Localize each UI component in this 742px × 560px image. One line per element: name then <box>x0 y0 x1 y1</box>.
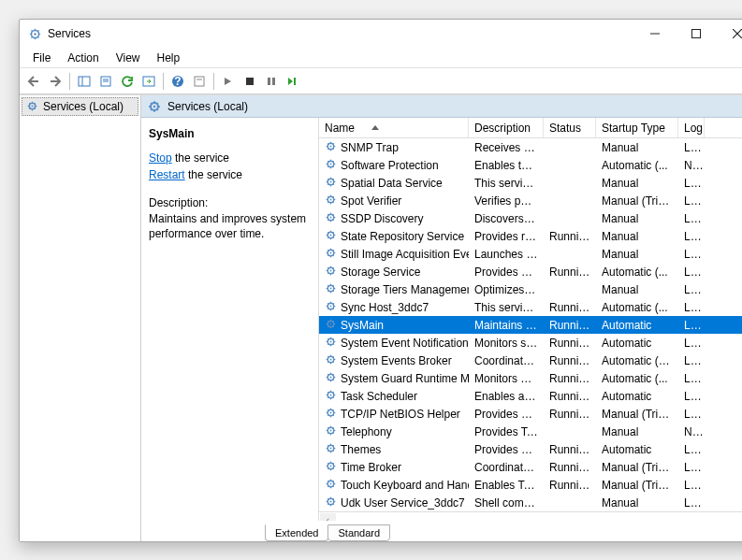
svg-point-29 <box>330 180 332 182</box>
service-row[interactable]: Time BrokerCoordinates...RunningManual (… <box>319 458 742 476</box>
gear-icon <box>325 495 337 510</box>
gear-icon <box>325 194 337 208</box>
minimize-button[interactable] <box>634 21 676 47</box>
svg-rect-14 <box>195 77 204 86</box>
service-name: Themes <box>341 443 381 456</box>
service-row[interactable]: Touch Keyboard and Hand...Enables Tou...… <box>319 476 742 494</box>
service-name: Telephony <box>341 425 392 438</box>
service-log: Loca <box>678 353 705 368</box>
pane-header: Services (Local) <box>141 95 742 118</box>
service-desc: Provides en... <box>469 265 544 280</box>
horizontal-scrollbar[interactable]: ‹ › <box>319 511 742 521</box>
service-startup: Manual <box>596 229 678 244</box>
svg-point-33 <box>330 216 332 218</box>
service-name: Storage Tiers Management <box>341 283 469 296</box>
service-row[interactable]: TCP/IP NetBIOS HelperProvides su...Runni… <box>319 405 742 423</box>
menubar: File Action View Help <box>20 48 742 68</box>
svg-point-39 <box>330 269 332 271</box>
show-hide-button[interactable] <box>74 71 95 92</box>
properties2-button[interactable] <box>189 71 210 92</box>
service-row[interactable]: System Event Notification S...Monitors s… <box>319 334 742 352</box>
service-startup: Automatic (... <box>596 300 678 315</box>
stop-service-button[interactable] <box>240 71 260 92</box>
service-row[interactable]: SSDP DiscoveryDiscovers n...ManualLoca <box>319 209 742 227</box>
restart-service-button[interactable] <box>283 71 303 92</box>
service-log: Loca <box>678 389 705 404</box>
service-list[interactable]: SNMP TrapReceives tra...ManualLocaSoftwa… <box>319 138 742 511</box>
service-startup: Manual <box>596 424 678 439</box>
service-row[interactable]: Sync Host_3ddc7This service ...RunningAu… <box>319 298 742 316</box>
back-button[interactable] <box>23 71 44 92</box>
gear-icon <box>325 371 337 386</box>
description-pane: SysMain Stop the service Restart the ser… <box>141 118 319 521</box>
view-tabs: Extended Standard <box>141 521 742 541</box>
service-row[interactable]: SNMP TrapReceives tra...ManualLoca <box>319 138 742 156</box>
gear-icon <box>325 300 337 315</box>
service-status <box>544 218 596 220</box>
tree-root-item[interactable]: Services (Local) <box>22 97 138 116</box>
col-description[interactable]: Description <box>469 118 544 137</box>
maximize-button[interactable] <box>676 21 717 47</box>
service-row[interactable]: Still Image Acquisition EventsLaunches a… <box>319 245 742 263</box>
pause-service-button[interactable] <box>261 71 282 92</box>
toolbar: ? <box>20 68 742 94</box>
restart-link[interactable]: Restart <box>149 168 185 181</box>
export-button[interactable] <box>138 71 159 92</box>
service-row[interactable]: Storage ServiceProvides en...RunningAuto… <box>319 263 742 280</box>
service-name: Spatial Data Service <box>341 177 443 190</box>
properties-button[interactable] <box>95 71 116 92</box>
service-desc: Monitors an... <box>469 371 544 386</box>
service-startup: Automatic <box>596 442 678 457</box>
service-row[interactable]: System Guard Runtime Mo...Monitors an...… <box>319 369 742 387</box>
service-log: Loca <box>678 407 705 422</box>
svg-point-23 <box>153 105 155 107</box>
tab-standard[interactable]: Standard <box>327 524 390 541</box>
service-status <box>544 200 596 202</box>
menu-file[interactable]: File <box>25 50 58 66</box>
service-row[interactable]: TelephonyProvides Tel...ManualNetv <box>319 423 742 440</box>
forward-button[interactable] <box>45 71 65 92</box>
stop-link[interactable]: Stop <box>149 151 172 165</box>
service-row[interactable]: Udk User Service_3ddc7Shell comp...Manua… <box>319 494 742 511</box>
gear-icon <box>147 99 162 114</box>
svg-point-57 <box>330 429 332 431</box>
tab-extended[interactable]: Extended <box>265 524 328 541</box>
service-startup: Manual <box>596 176 678 191</box>
service-log: Loca <box>678 300 705 315</box>
titlebar: Services <box>20 20 742 48</box>
description-text: Maintains and improves system performanc… <box>149 211 311 241</box>
service-status: Running <box>544 229 596 244</box>
start-service-button[interactable] <box>218 71 239 92</box>
service-desc: Discovers n... <box>469 211 544 226</box>
help-button[interactable]: ? <box>167 71 188 92</box>
svg-point-65 <box>330 500 332 502</box>
col-status[interactable]: Status <box>544 118 596 137</box>
service-desc: This service ... <box>469 300 544 315</box>
col-startup[interactable]: Startup Type <box>596 118 678 137</box>
service-row[interactable]: Task SchedulerEnables a us...RunningAuto… <box>319 387 742 405</box>
scroll-left-icon[interactable]: ‹ <box>320 513 336 522</box>
gear-icon <box>325 265 337 280</box>
service-row[interactable]: Storage Tiers ManagementOptimizes t...Ma… <box>319 280 742 298</box>
menu-help[interactable]: Help <box>150 50 188 66</box>
service-status <box>544 165 596 166</box>
service-status: Running <box>544 371 596 386</box>
service-row[interactable]: Software ProtectionEnables the ...Automa… <box>319 156 742 174</box>
close-button[interactable] <box>717 21 742 47</box>
svg-rect-16 <box>246 78 254 85</box>
menu-action[interactable]: Action <box>60 50 106 66</box>
svg-point-37 <box>330 251 332 253</box>
service-row[interactable]: Spatial Data ServiceThis service ...Manu… <box>319 174 742 192</box>
service-row[interactable]: System Events BrokerCoordinates...Runnin… <box>319 352 742 369</box>
gear-icon <box>325 282 337 297</box>
service-row[interactable]: Spot VerifierVerifies pote...Manual (Tri… <box>319 192 742 209</box>
refresh-button[interactable] <box>117 71 138 92</box>
service-row[interactable]: SysMainMaintains a...RunningAutomaticLoc… <box>319 316 742 334</box>
service-row[interactable]: State Repository ServiceProvides re...Ru… <box>319 227 742 245</box>
service-name: SNMP Trap <box>341 141 399 154</box>
menu-view[interactable]: View <box>109 50 148 66</box>
col-log[interactable]: Log <box>678 118 705 137</box>
col-name[interactable]: Name <box>319 118 469 137</box>
service-status: Running <box>544 460 596 475</box>
service-row[interactable]: ThemesProvides us...RunningAutomaticLoca <box>319 440 742 458</box>
